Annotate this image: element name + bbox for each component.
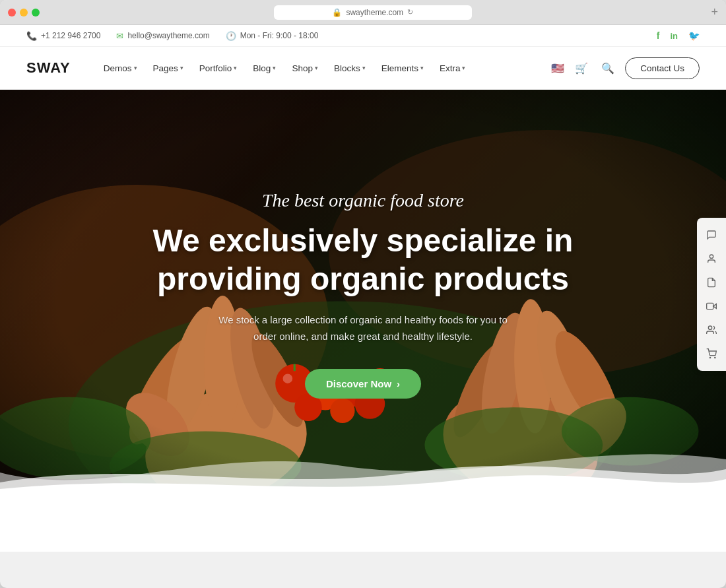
cta-label: Discover Now	[326, 378, 391, 389]
sidebar-icons	[697, 218, 726, 371]
svg-point-40	[715, 357, 715, 358]
maximize-button[interactable]	[32, 9, 40, 16]
site-logo[interactable]: SWAY	[26, 59, 71, 77]
business-hours: Mon - Fri: 9:00 - 18:00	[240, 31, 319, 40]
phone-icon: 📞	[26, 31, 37, 41]
contact-us-button[interactable]: Contact Us	[625, 57, 700, 79]
linkedin-icon[interactable]: in	[670, 31, 678, 41]
chevron-down-icon: ▾	[234, 65, 237, 71]
sidebar-users-icon[interactable]	[697, 318, 726, 342]
svg-point-38	[708, 326, 711, 329]
nav-item-pages[interactable]: Pages ▾	[147, 59, 190, 77]
new-tab-button[interactable]: +	[711, 5, 718, 19]
minimize-button[interactable]	[20, 9, 28, 16]
address-bar-container: 🔒 swaytheme.com ↻	[45, 5, 700, 20]
hero-description: We stock a large collection of organic a…	[211, 311, 515, 345]
chevron-down-icon: ▾	[134, 65, 137, 71]
svg-point-35	[710, 255, 713, 258]
hero-title: We exclusively specialize in providing o…	[132, 222, 594, 298]
website-content: 📞 +1 212 946 2700 ✉ hello@swaytheme.com …	[0, 25, 726, 552]
nav-label-extra: Extra	[440, 63, 461, 73]
hero-section: The best organic food store We exclusive…	[0, 90, 726, 499]
language-flag[interactable]: 🇺🇸	[551, 62, 564, 75]
hero-subtitle: The best organic food store	[262, 190, 464, 211]
nav-item-extra[interactable]: Extra ▾	[433, 59, 473, 77]
nav-item-demos[interactable]: Demos ▾	[97, 59, 144, 77]
traffic-lights	[8, 9, 40, 16]
nav-menu: Demos ▾ Pages ▾ Portfolio ▾ Blog ▾ Shop	[97, 59, 551, 77]
navbar: SWAY Demos ▾ Pages ▾ Portfolio ▾ Blog ▾	[0, 47, 726, 90]
chevron-down-icon: ▾	[362, 65, 366, 71]
top-bar: 📞 +1 212 946 2700 ✉ hello@swaytheme.com …	[0, 25, 726, 47]
chevron-down-icon: ▾	[315, 65, 318, 71]
sidebar-video-icon[interactable]	[697, 294, 726, 318]
discover-now-button[interactable]: Discover Now ›	[305, 369, 421, 399]
svg-rect-37	[707, 303, 713, 309]
sidebar-user-icon[interactable]	[697, 247, 726, 271]
close-button[interactable]	[8, 9, 16, 16]
nav-label-pages: Pages	[153, 63, 178, 73]
refresh-icon: ↻	[407, 8, 413, 16]
sidebar-cart-icon[interactable]	[697, 342, 726, 366]
search-icon[interactable]: 🔍	[599, 59, 617, 77]
url-text: swaytheme.com	[346, 8, 403, 17]
address-bar[interactable]: 🔒 swaytheme.com ↻	[274, 5, 472, 20]
top-bar-left: 📞 +1 212 946 2700 ✉ hello@swaytheme.com …	[26, 31, 318, 41]
nav-label-elements: Elements	[381, 63, 418, 73]
chevron-down-icon: ▾	[180, 65, 183, 71]
sidebar-chat-icon[interactable]	[697, 223, 726, 247]
sidebar-document-icon[interactable]	[697, 271, 726, 294]
email-icon: ✉	[116, 31, 123, 41]
nav-item-elements[interactable]: Elements ▾	[375, 59, 430, 77]
hero-wave	[0, 433, 726, 499]
lock-icon: 🔒	[332, 8, 342, 17]
cart-icon[interactable]: 🛒	[572, 59, 591, 77]
nav-label-shop: Shop	[292, 63, 313, 73]
nav-right: 🇺🇸 🛒 🔍 Contact Us	[551, 57, 700, 79]
bottom-section	[0, 499, 726, 552]
nav-label-demos: Demos	[104, 63, 132, 73]
chevron-down-icon: ▾	[420, 65, 424, 71]
twitter-icon[interactable]: 🐦	[688, 30, 700, 41]
svg-marker-36	[713, 304, 717, 309]
nav-label-portfolio: Portfolio	[199, 63, 232, 73]
chevron-down-icon: ▾	[462, 65, 465, 71]
browser-window: 🔒 swaytheme.com ↻ + 📞 +1 212 946 2700 ✉ …	[0, 0, 726, 588]
phone-info: 📞 +1 212 946 2700	[26, 31, 100, 41]
phone-number: +1 212 946 2700	[41, 31, 100, 40]
hours-info: 🕐 Mon - Fri: 9:00 - 18:00	[226, 31, 319, 41]
email-address: hello@swaytheme.com	[127, 31, 209, 40]
browser-titlebar: 🔒 swaytheme.com ↻ +	[0, 0, 726, 25]
clock-icon: 🕐	[226, 31, 236, 41]
svg-point-39	[710, 357, 710, 358]
nav-item-portfolio[interactable]: Portfolio ▾	[193, 59, 244, 77]
email-info: ✉ hello@swaytheme.com	[116, 31, 209, 41]
facebook-icon[interactable]: f	[657, 30, 660, 41]
top-bar-social: f in 🐦	[657, 30, 700, 41]
arrow-icon: ›	[397, 378, 400, 389]
nav-item-blocks[interactable]: Blocks ▾	[327, 59, 372, 77]
nav-item-blog[interactable]: Blog ▾	[246, 59, 282, 77]
nav-item-shop[interactable]: Shop ▾	[285, 59, 325, 77]
chevron-down-icon: ▾	[273, 65, 276, 71]
nav-label-blog: Blog	[253, 63, 271, 73]
nav-label-blocks: Blocks	[334, 63, 360, 73]
